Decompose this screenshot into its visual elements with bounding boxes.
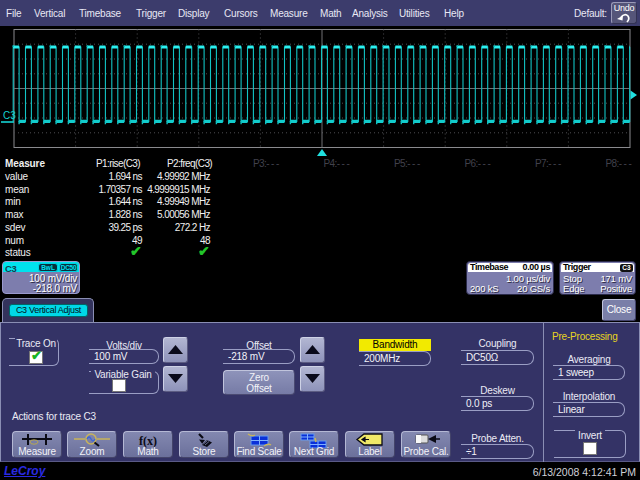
svg-text:C3: C3 bbox=[3, 110, 16, 121]
